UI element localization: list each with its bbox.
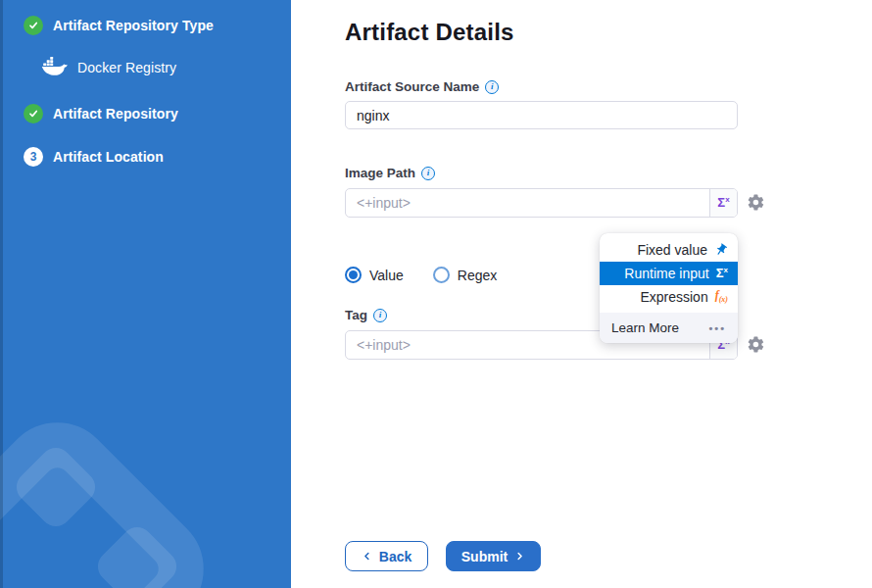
radio-regex-label[interactable]: Regex xyxy=(458,268,497,283)
step-label: Artifact Repository Type xyxy=(53,18,214,33)
chevron-right-icon xyxy=(514,551,525,562)
check-circle-icon xyxy=(24,16,43,35)
label-text: Image Path xyxy=(345,166,415,180)
submit-button-label: Submit xyxy=(461,549,508,564)
pin-icon xyxy=(711,240,730,259)
step-artifact-location[interactable]: 3 Artifact Location xyxy=(24,147,164,167)
artifact-details-panel: Artifact Details Artifact Source Name i … xyxy=(291,0,872,588)
menu-item-runtime-input[interactable]: Runtime input Σx xyxy=(600,262,738,285)
artifact-source-name-label: Artifact Source Name i xyxy=(345,79,499,94)
image-path-label: Image Path i xyxy=(345,166,435,180)
sigma-icon: Σx xyxy=(717,196,729,209)
runtime-input-type-button[interactable]: Σx xyxy=(709,189,737,217)
tag-settings-gear-icon[interactable] xyxy=(747,335,765,354)
artifact-source-name-input[interactable] xyxy=(345,101,738,129)
step-artifact-repository-type[interactable]: Artifact Repository Type xyxy=(24,16,214,35)
tag-label: Tag i xyxy=(345,308,387,322)
docker-whale-icon xyxy=(41,57,68,77)
menu-footer-learn-more[interactable]: Learn More ••• xyxy=(600,313,738,343)
info-icon[interactable]: i xyxy=(421,167,435,180)
step-label: Artifact Repository xyxy=(53,106,178,122)
radio-value[interactable] xyxy=(345,267,362,283)
info-icon[interactable]: i xyxy=(485,80,499,94)
input-type-dropdown-menu: Fixed value Runtime input Σx Expression … xyxy=(600,233,738,343)
learn-more-label: Learn More xyxy=(611,320,679,335)
menu-item-fixed-value[interactable]: Fixed value xyxy=(600,238,738,262)
radio-regex[interactable] xyxy=(433,267,450,283)
image-path-input[interactable] xyxy=(345,188,738,218)
check-circle-icon xyxy=(24,104,43,123)
tag-type-radio-group: Value Regex xyxy=(345,267,497,283)
step-sub-docker-registry[interactable]: Docker Registry xyxy=(41,57,176,77)
submit-button[interactable]: Submit xyxy=(446,541,541,571)
fx-expression-icon: f(x) xyxy=(715,289,728,304)
input-type-options: Fixed value Runtime input Σx Expression … xyxy=(600,233,738,313)
chevron-left-icon xyxy=(362,551,372,562)
sidebar-left-edge xyxy=(0,0,3,588)
wizard-sidebar: Artifact Repository Type Docker Registry xyxy=(0,0,291,588)
menu-item-label: Expression xyxy=(640,289,707,305)
image-path-input-wrap: Σx xyxy=(345,188,738,218)
sigma-icon: Σx xyxy=(716,267,728,279)
label-text: Artifact Source Name xyxy=(345,79,479,94)
page-title: Artifact Details xyxy=(345,19,514,46)
image-path-settings-gear-icon[interactable] xyxy=(747,193,765,212)
more-options-dots-icon[interactable]: ••• xyxy=(708,322,726,334)
step-artifact-repository[interactable]: Artifact Repository xyxy=(24,104,178,123)
radio-value-label[interactable]: Value xyxy=(369,268,404,283)
menu-item-expression[interactable]: Expression f(x) xyxy=(600,285,738,309)
step-label: Artifact Location xyxy=(53,149,164,165)
menu-item-label: Runtime input xyxy=(624,266,708,281)
back-button-label: Back xyxy=(379,549,412,564)
menu-item-label: Fixed value xyxy=(637,242,707,258)
step-number-badge: 3 xyxy=(24,147,43,167)
back-button[interactable]: Back xyxy=(345,541,428,571)
label-text: Tag xyxy=(345,308,367,322)
step-label: Docker Registry xyxy=(77,60,176,75)
info-icon[interactable]: i xyxy=(373,309,387,322)
